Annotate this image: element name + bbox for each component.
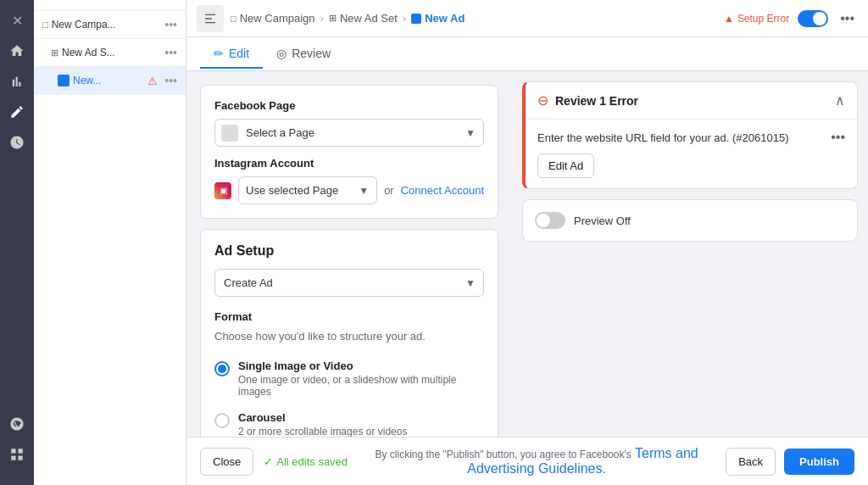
create-ad-select-wrapper: Create Ad ▼ (214, 269, 484, 297)
breadcrumb-ad-label: New Ad (425, 12, 465, 25)
review-tab-icon: ◎ (276, 47, 287, 60)
clock-icon-btn[interactable] (3, 129, 31, 156)
campaign-header (34, 0, 186, 11)
format-subtitle: Choose how you'd like to structure your … (214, 330, 484, 343)
top-bar-toggle[interactable] (798, 10, 828, 27)
content-area: Facebook Page Select a Page ▼ Instagram … (186, 71, 868, 437)
breadcrumb-adset-label: New Ad Set (340, 12, 398, 25)
terms-text: By clicking the "Publish" button, you ag… (376, 449, 632, 460)
format-single-radio[interactable] (214, 361, 230, 376)
edit-tab-label: Edit (229, 47, 249, 60)
error-message: Enter the website URL field for your ad.… (537, 131, 831, 144)
breadcrumb-ad-icon (411, 14, 421, 24)
chart-icon-btn[interactable] (3, 68, 31, 95)
facebook-page-label: Facebook Page (214, 99, 484, 112)
adset-item-label: New Ad S... (62, 47, 161, 59)
grid-icon-btn[interactable] (3, 441, 31, 468)
format-single[interactable]: Single Image or Video One image or video… (214, 353, 484, 404)
preview-label: Preview Off (574, 215, 631, 227)
error-title-row: ⊖ Review 1 Error (537, 92, 638, 109)
error-triangle-icon: ▲ (724, 13, 734, 25)
tab-edit[interactable]: ✏ Edit (200, 40, 263, 69)
breadcrumb-campaign-label: New Campaign (240, 12, 315, 25)
top-bar-right: ▲ Setup Error ••• (724, 8, 858, 30)
campaign-item-adset[interactable]: ⊞ New Ad S... ••• (34, 39, 186, 67)
error-minus-icon: ⊖ (537, 92, 548, 109)
ad-setup-title: Ad Setup (214, 243, 484, 259)
format-single-radio-inner (218, 365, 226, 373)
main-area: □ New Campaign › ⊞ New Ad Set › New Ad ▲… (186, 0, 868, 485)
ad-setup-section: Ad Setup Create Ad ▼ Format Choose how y… (200, 229, 498, 437)
campaign-item-label: New Campa... (52, 19, 162, 31)
error-msg-row: Enter the website URL field for your ad.… (537, 130, 845, 145)
home-icon-btn[interactable] (3, 37, 31, 64)
smiley-icon-btn[interactable] (3, 410, 31, 438)
top-bar-more[interactable]: ••• (837, 8, 858, 30)
facebook-page-select[interactable]: Select a Page (214, 119, 484, 147)
setup-error: ▲ Setup Error (724, 13, 789, 25)
create-ad-select[interactable]: Create Ad (214, 269, 484, 297)
tab-review[interactable]: ◎ Review (263, 40, 344, 69)
ad-item-more[interactable]: ••• (164, 74, 177, 87)
campaign-item-more[interactable]: ••• (164, 18, 177, 31)
ad-warning-icon: ⚠ (147, 75, 158, 87)
format-single-text: Single Image or Video One image or video… (238, 360, 484, 398)
campaign-item-campaign[interactable]: □ New Campa... ••• (34, 11, 186, 39)
ad-item-icon (58, 75, 70, 86)
preview-toggle[interactable] (535, 212, 565, 229)
adset-item-more[interactable]: ••• (164, 46, 177, 59)
setup-error-label: Setup Error (737, 13, 789, 25)
format-single-desc: One image or video, or a slideshow with … (238, 374, 484, 398)
instagram-select-wrapper: Use selected Page ▼ (238, 176, 377, 204)
instagram-icon: ▣ (214, 182, 231, 199)
left-panel: Facebook Page Select a Page ▼ Instagram … (186, 71, 512, 437)
format-carousel-title: Carousel (238, 411, 407, 424)
breadcrumb-sep-2: › (403, 12, 406, 25)
connect-account-button[interactable]: Connect Account (401, 184, 484, 197)
error-more-icon[interactable]: ••• (831, 130, 845, 145)
breadcrumb-campaign-icon: □ (231, 14, 236, 24)
adset-item-icon: ⊞ (51, 47, 58, 59)
breadcrumb-sep-1: › (320, 12, 324, 25)
campaign-item-icon: □ (42, 20, 48, 30)
error-card-body: Enter the website URL field for your ad.… (526, 119, 857, 188)
panel-toggle-btn[interactable] (197, 5, 224, 32)
bottom-bar: Close ✓ All edits saved By clicking the … (186, 437, 868, 485)
saved-label: All edits saved (276, 455, 348, 468)
publish-terms-area: By clicking the "Publish" button, you ag… (348, 446, 726, 477)
tab-row: ✏ Edit ◎ Review (186, 37, 868, 71)
bottom-right: Back Publish (726, 448, 854, 476)
error-card-header: ⊖ Review 1 Error ∧ (526, 82, 857, 119)
back-button[interactable]: Back (726, 448, 776, 476)
edit-tab-icon: ✏ (214, 47, 224, 60)
close-button[interactable]: Close (200, 448, 253, 476)
breadcrumb-adset[interactable]: ⊞ New Ad Set (329, 12, 398, 25)
collapse-icon[interactable]: ∧ (835, 92, 845, 109)
close-icon-btn[interactable]: ✕ (3, 7, 31, 34)
edit-ad-button[interactable]: Edit Ad (537, 153, 594, 178)
all-edits-saved: ✓ All edits saved (264, 455, 348, 468)
ad-item-label: New... (73, 75, 144, 86)
instagram-row: ▣ Use selected Page ▼ or Connect Account (214, 176, 484, 204)
facebook-page-select-wrapper: Select a Page ▼ (214, 119, 484, 147)
breadcrumb-campaign[interactable]: □ New Campaign (231, 12, 315, 25)
breadcrumb: □ New Campaign › ⊞ New Ad Set › New Ad (231, 12, 724, 25)
publish-button[interactable]: Publish (784, 449, 854, 475)
breadcrumb-ad[interactable]: New Ad (411, 12, 465, 25)
preview-card: Preview Off (522, 199, 858, 242)
format-carousel-radio[interactable] (214, 413, 230, 428)
review-tab-label: Review (292, 47, 331, 60)
instagram-account-label: Instagram Account (214, 157, 484, 170)
instagram-select[interactable]: Use selected Page (238, 176, 377, 204)
facebook-page-icon (221, 125, 238, 142)
review-error-card: ⊖ Review 1 Error ∧ Enter the website URL… (522, 81, 858, 189)
error-card-title: Review 1 Error (555, 94, 638, 108)
format-single-title: Single Image or Video (238, 360, 484, 372)
campaign-item-ad[interactable]: New... ⚠ ••• (34, 67, 186, 95)
edit-icon-btn[interactable] (3, 98, 31, 125)
format-carousel[interactable]: Carousel 2 or more scrollable images or … (214, 404, 484, 437)
instagram-or: or (384, 184, 394, 197)
breadcrumb-adset-icon: ⊞ (329, 13, 337, 24)
format-carousel-text: Carousel 2 or more scrollable images or … (238, 411, 407, 437)
checkmark-icon: ✓ (264, 455, 273, 468)
